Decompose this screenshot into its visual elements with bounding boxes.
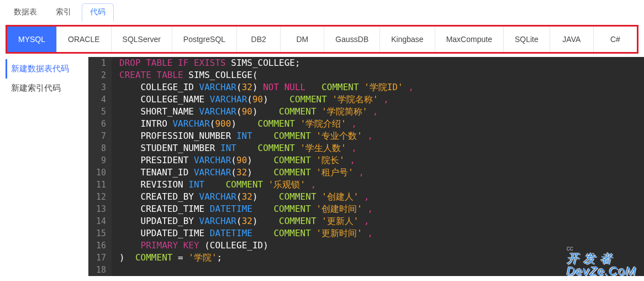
code-line[interactable]: INTRO VARCHAR(900) COMMENT '学院介绍' ,	[119, 118, 414, 130]
code-line[interactable]: PROFESSION_NUMBER INT COMMENT '专业个数' ,	[119, 130, 414, 142]
code-line[interactable]: REVISION INT COMMENT '乐观锁' ,	[119, 179, 414, 191]
tab-data-table[interactable]: 数据表	[6, 3, 45, 22]
db-tab-mysql[interactable]: MYSQL	[7, 27, 57, 52]
db-tab-kingbase[interactable]: Kingbase	[380, 27, 435, 52]
watermark-line1: 开 发 者	[567, 252, 613, 266]
watermark-line2: DevZe.CoM	[567, 264, 636, 278]
editor-code[interactable]: DROP TABLE IF EXISTS SIMS_COLLEGE;CREATE…	[112, 57, 419, 276]
tab-index[interactable]: 索引	[47, 3, 80, 22]
db-tab-oracle[interactable]: ORACLE	[57, 27, 112, 52]
db-tab-db2[interactable]: DB2	[237, 27, 281, 52]
sidebar: 新建数据表代码 新建索引代码	[0, 57, 88, 276]
db-tab-postgresql[interactable]: PostgreSQL	[172, 27, 237, 52]
sidebar-item-create-index-code[interactable]: 新建索引代码	[6, 79, 88, 98]
code-line[interactable]: COLLEGE_ID VARCHAR(32) NOT NULL COMMENT …	[119, 81, 414, 93]
code-line[interactable]: TENANT_ID VARCHAR(32) COMMENT '租户号' ,	[119, 166, 414, 179]
db-tab-gaussdb[interactable]: GaussDB	[324, 27, 380, 52]
code-line[interactable]: UPDATED_TIME DATETIME COMMENT '更新时间' ,	[119, 227, 414, 240]
db-tab-java[interactable]: JAVA	[550, 27, 594, 52]
db-tabs: MYSQL ORACLE SQLServer PostgreSQL DB2 DM…	[6, 25, 638, 54]
code-line[interactable]: CREATED_BY VARCHAR(32) COMMENT '创建人' ,	[119, 191, 414, 203]
db-tab-sqlserver[interactable]: SQLServer	[112, 27, 172, 52]
code-editor[interactable]: 123456789101112131415161718 DROP TABLE I…	[88, 57, 644, 276]
code-line[interactable]: SHORT_NAME VARCHAR(90) COMMENT '学院简称' ,	[119, 106, 414, 118]
content: 新建数据表代码 新建索引代码 1234567891011121314151617…	[0, 57, 644, 276]
code-line[interactable]: STUDENT_NUMBER INT COMMENT '学生人数' ,	[119, 142, 414, 154]
db-tab-sqlite[interactable]: SQLite	[504, 27, 550, 52]
code-line[interactable]: ) COMMENT = '学院';	[119, 252, 414, 264]
code-line[interactable]	[119, 264, 414, 276]
sidebar-item-create-table-code[interactable]: 新建数据表代码	[6, 59, 88, 79]
db-tab-dm[interactable]: DM	[281, 27, 324, 52]
code-line[interactable]: PRIMARY KEY (COLLEGE_ID)	[119, 240, 414, 252]
top-tabs: 数据表 索引 代码	[0, 0, 644, 22]
code-line[interactable]: COLLEGE_NAME VARCHAR(90) COMMENT '学院名称' …	[119, 93, 414, 106]
db-tab-csharp[interactable]: C#	[594, 27, 637, 52]
tab-code[interactable]: 代码	[82, 3, 114, 22]
db-tab-maxcompute[interactable]: MaxCompute	[435, 27, 504, 52]
code-line[interactable]: PRESIDENT VARCHAR(90) COMMENT '院长' ,	[119, 154, 414, 166]
code-line[interactable]: DROP TABLE IF EXISTS SIMS_COLLEGE;	[119, 57, 414, 69]
code-line[interactable]: CREATE TABLE SIMS_COLLEGE(	[119, 69, 414, 81]
watermark: cc 开 发 者 DevZe.CoM	[567, 245, 636, 278]
code-line[interactable]: UPDATED_BY VARCHAR(32) COMMENT '更新人' ,	[119, 215, 414, 227]
code-line[interactable]: CREATED_TIME DATETIME COMMENT '创建时间' ,	[119, 203, 414, 215]
editor-gutter: 123456789101112131415161718	[88, 57, 112, 276]
